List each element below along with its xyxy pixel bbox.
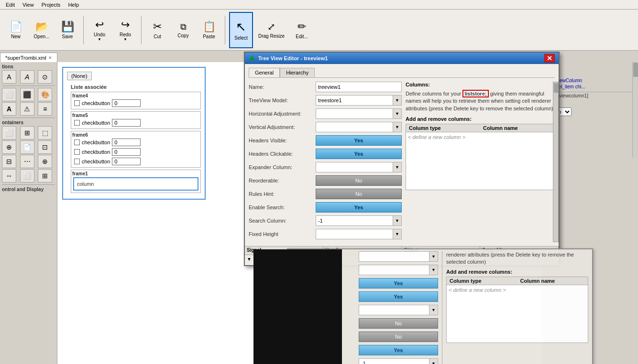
menu-view[interactable]: View xyxy=(19,1,38,9)
dialog2-adj-input[interactable] xyxy=(359,251,429,262)
toolbox-item-c11[interactable]: ⬜ xyxy=(20,169,34,182)
headers-visible-button[interactable]: Yes xyxy=(316,135,402,146)
toolbox-item-c12[interactable]: ⊞ xyxy=(38,169,52,182)
toolbox-sep-3 xyxy=(2,184,55,185)
toolbox-item-circle-a[interactable]: ⊙ xyxy=(38,70,52,84)
right-panel-scrollbar[interactable] xyxy=(632,62,638,158)
tab-general[interactable]: General xyxy=(249,68,280,77)
rules-hint-button[interactable]: No xyxy=(316,189,402,199)
copy-icon: ⧉ xyxy=(180,22,187,32)
toolbox-item-text-a[interactable]: A xyxy=(2,102,16,116)
horizontal-adj-input[interactable] xyxy=(316,108,393,119)
menu-edit[interactable]: Edit xyxy=(2,1,19,9)
toolbox-item-black-rect[interactable]: ⬛ xyxy=(20,88,34,101)
new-button[interactable]: 📄 New xyxy=(4,12,28,48)
tab-close-icon[interactable]: ✕ xyxy=(48,55,52,60)
save-label: Save xyxy=(62,34,73,39)
cut-button[interactable]: ✂ Cut xyxy=(145,12,169,48)
dialog2-headers-visible-btn[interactable]: Yes xyxy=(359,278,438,289)
input-frame4-1[interactable] xyxy=(112,99,141,107)
search-column-input[interactable] xyxy=(316,215,393,226)
checkbox-frame6-1[interactable] xyxy=(74,139,80,145)
toolbox-item-c2[interactable]: ⊞ xyxy=(20,126,34,139)
toolbox-item-c6[interactable]: ⊡ xyxy=(38,140,52,154)
enable-search-button[interactable]: Yes xyxy=(316,202,402,213)
tab-supertrombi[interactable]: *superTrombi.xml ✕ xyxy=(0,53,57,62)
edit-button[interactable]: ✏ Edit... xyxy=(290,12,314,48)
toolbox-item-a2[interactable]: A xyxy=(20,70,34,84)
checkbutton-label-f6-2: checkbutton xyxy=(82,149,110,155)
dialog2-search-col-input[interactable] xyxy=(359,358,429,364)
fixed-height-btn[interactable]: ▼ xyxy=(393,229,402,239)
columns-table-body[interactable]: < define a new column > xyxy=(406,132,554,190)
open-button[interactable]: 📂 Open... xyxy=(30,12,54,48)
input-frame6-3[interactable] xyxy=(112,158,141,165)
horizontal-adj-btn[interactable]: ▼ xyxy=(393,108,402,119)
dialog-vscrollbar[interactable] xyxy=(553,82,559,242)
dialog-left-panel: Name: TreeView Model: ▼ Horizontal Adjus… xyxy=(249,82,402,242)
toolbox-item-c5[interactable]: 📄 xyxy=(20,140,34,154)
tab-hierarchy[interactable]: Hierarchy xyxy=(280,68,315,77)
toolbox-item-c9[interactable]: ⊕ xyxy=(38,155,52,168)
toolbox-item-c3[interactable]: ⬚ xyxy=(38,126,52,139)
toolbox-section-style: ⬜ ⬛ 🎨 A ⚠ ≡ xyxy=(2,88,55,116)
reorderable-button[interactable]: No xyxy=(316,175,402,186)
model-dropdown-btn[interactable]: ▼ xyxy=(393,95,402,106)
menu-projects[interactable]: Projects xyxy=(38,1,65,9)
expander-col-btn[interactable]: ▼ xyxy=(393,162,402,172)
checkbox-frame5-1[interactable] xyxy=(74,120,80,126)
checkbox-frame6-2[interactable] xyxy=(74,149,80,155)
dialog-close-button[interactable]: ✕ xyxy=(544,54,555,63)
toolbox-item-color[interactable]: 🎨 xyxy=(38,88,52,101)
save-button[interactable]: 💾 Save xyxy=(55,12,79,48)
toolbox-item-c4[interactable]: ⊕ xyxy=(2,140,16,154)
toolbox-item-c10[interactable]: ↔ xyxy=(2,169,16,182)
dialog2-search-col-group: ▼ xyxy=(359,358,438,364)
name-input[interactable] xyxy=(316,82,402,92)
redo-button[interactable]: ↪ Redo ▼ xyxy=(113,12,137,48)
vertical-adj-input[interactable] xyxy=(316,122,393,132)
dialog2-columns-body[interactable]: < define a new column > xyxy=(447,285,588,343)
none-widget[interactable]: (None) xyxy=(67,72,92,80)
columns-desc-start: Define columns for your xyxy=(406,91,462,96)
toolbox-item-warning[interactable]: ⚠ xyxy=(20,102,34,116)
signals-expand-icon[interactable]: ▼ xyxy=(247,257,252,262)
fixed-height-input[interactable] xyxy=(316,229,393,239)
model-input[interactable] xyxy=(316,95,393,106)
checkbox-frame4-1[interactable] xyxy=(74,100,80,106)
dialog2-rules-hint-btn[interactable]: No xyxy=(359,332,438,342)
checkbox-frame6-3[interactable] xyxy=(74,159,80,164)
toolbox-item-a1[interactable]: A xyxy=(2,70,16,84)
toolbox-item-list[interactable]: ≡ xyxy=(38,102,52,116)
paste-button[interactable]: 📋 Paste xyxy=(197,12,221,48)
input-frame5-1[interactable] xyxy=(112,119,141,127)
dialog2-headers-clickable-btn[interactable]: Yes xyxy=(359,291,438,302)
search-column-btn[interactable]: ▼ xyxy=(393,215,402,226)
headers-clickable-button[interactable]: Yes xyxy=(316,149,402,159)
toolbox-item-c8[interactable]: ⋯ xyxy=(20,155,34,168)
input-frame6-2[interactable] xyxy=(112,148,141,156)
menu-help[interactable]: Help xyxy=(64,1,83,9)
tree-view-editor-dialog: 🌲 Tree View Editor - treeview1 ✕ General… xyxy=(244,52,560,266)
copy-button[interactable]: ⧉ Copy xyxy=(171,12,195,48)
dialog2-adj-btn[interactable]: ▼ xyxy=(429,251,438,262)
checkbutton-label-f6-1: checkbutton xyxy=(82,139,110,145)
vertical-adj-btn[interactable]: ▼ xyxy=(393,122,402,132)
drag-resize-button[interactable]: ⤢ Drag Resize xyxy=(255,12,288,48)
dialog2-enable-search-btn[interactable]: Yes xyxy=(359,345,438,355)
toolbox-item-white-rect[interactable]: ⬜ xyxy=(2,88,16,101)
select-button[interactable]: ↖ Select xyxy=(229,12,253,48)
expander-col-input[interactable] xyxy=(316,162,393,172)
dialog2-vertical-adj-input[interactable] xyxy=(359,265,429,275)
input-frame6-1[interactable] xyxy=(112,139,141,146)
toolbox-item-c7[interactable]: ⊟ xyxy=(2,155,16,168)
dialog2-vertical-adj-btn[interactable]: ▼ xyxy=(429,265,438,275)
dialog2-reorderable-btn[interactable]: No xyxy=(359,318,438,329)
dialog2-search-col-btn[interactable]: ▼ xyxy=(429,358,438,364)
toolbox-title-control: ontrol and Display xyxy=(2,187,55,192)
undo-button[interactable]: ↩ Undo ▼ xyxy=(88,12,111,48)
dialog2-expander-btn[interactable]: ▼ xyxy=(429,305,438,315)
dialog2-expander-input[interactable] xyxy=(359,305,429,315)
separator-1 xyxy=(83,16,84,44)
toolbox-item-c1[interactable]: ⬜ xyxy=(2,126,16,139)
